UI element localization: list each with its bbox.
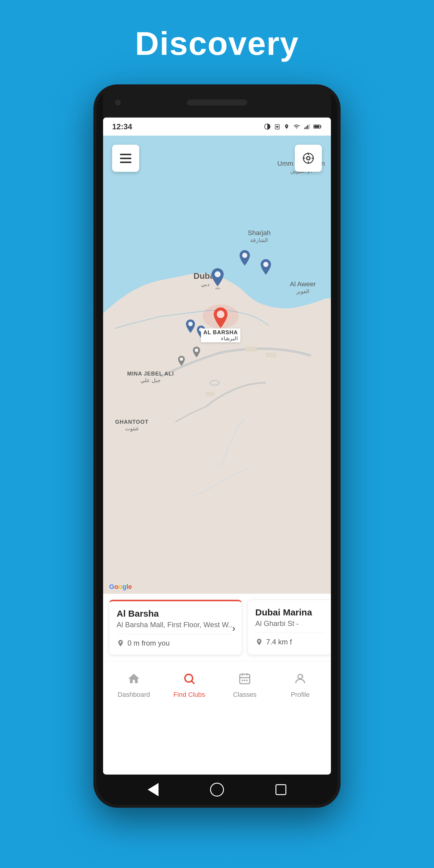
svg-point-20	[242, 253, 247, 258]
map-pin-blue-1[interactable]	[210, 268, 225, 290]
map-svg	[103, 135, 331, 594]
svg-rect-9	[320, 126, 321, 127]
find-clubs-icon	[183, 672, 196, 688]
svg-rect-7	[309, 124, 310, 129]
svg-point-32	[242, 679, 244, 681]
svg-rect-5	[306, 126, 307, 129]
signal-icon	[304, 123, 310, 130]
location-pin-icon	[117, 639, 124, 647]
status-icons	[264, 123, 322, 130]
club-card-name: Al Barsha	[117, 609, 234, 619]
recents-icon	[276, 784, 286, 795]
map-pin-blue-3[interactable]	[259, 259, 273, 278]
home-icon	[127, 672, 141, 685]
location-pin-icon	[255, 638, 263, 646]
map-pin-grey-2[interactable]	[177, 355, 186, 369]
svg-point-21	[263, 262, 268, 267]
phone-top-bar	[103, 87, 331, 118]
club-card-al-barsha[interactable]: Al Barsha Al Barsha Mall, First Floor, W…	[109, 600, 242, 655]
svg-point-16	[307, 157, 310, 160]
card-divider	[255, 632, 324, 633]
nav-item-dashboard[interactable]: Dashboard	[110, 672, 158, 699]
svg-point-34	[246, 679, 248, 681]
profile-icon	[293, 672, 307, 688]
svg-rect-14	[206, 392, 215, 396]
google-logo: Google	[109, 583, 132, 591]
home-icon	[210, 783, 224, 797]
speaker-grille	[187, 99, 247, 105]
recents-button[interactable]	[273, 782, 288, 797]
club-card-distance: 0 m from you	[117, 639, 234, 647]
nav-item-classes[interactable]: Classes	[221, 672, 269, 699]
svg-rect-6	[307, 125, 308, 129]
sharjah-label: Sharjah الشارقة	[248, 229, 271, 244]
svg-rect-2	[276, 126, 278, 127]
dashboard-label: Dashboard	[118, 691, 150, 699]
al-barsha-map-label: AL BARSHA البرشاء	[201, 329, 241, 342]
map-pin-blue-4[interactable]	[185, 319, 196, 336]
nav-item-find-clubs[interactable]: Find Clubs	[165, 672, 213, 699]
svg-rect-31	[240, 674, 250, 684]
svg-point-28	[120, 641, 121, 643]
home-button[interactable]	[210, 782, 224, 797]
page-title: Discovery	[0, 24, 434, 62]
hamburger-icon	[120, 154, 131, 163]
wifi-icon	[293, 124, 300, 130]
ghantoot-label: GHANTOOT غنثوت	[115, 419, 149, 432]
phone-inner: 12:34	[96, 87, 338, 805]
club-card-address: Al Gharbi St -	[255, 619, 324, 628]
bottom-navigation: Dashboard Find Clubs	[103, 661, 331, 709]
profile-label: Profile	[291, 691, 310, 699]
svg-point-19	[215, 271, 221, 277]
person-icon	[293, 672, 307, 685]
sim-card-icon	[274, 123, 280, 130]
svg-rect-10	[314, 125, 319, 127]
location-icon	[284, 123, 289, 130]
phone-bottom-bar	[103, 775, 331, 805]
svg-point-29	[258, 640, 260, 642]
highlight-area	[203, 304, 239, 329]
svg-point-35	[298, 674, 303, 679]
svg-point-33	[244, 679, 246, 681]
classes-icon	[238, 672, 251, 688]
svg-point-3	[286, 125, 287, 127]
status-time: 12:34	[112, 122, 132, 131]
svg-point-24	[195, 348, 198, 352]
find-clubs-label: Find Clubs	[173, 691, 205, 699]
card-arrow-icon: ›	[232, 622, 236, 633]
map-pin-blue-2[interactable]	[238, 250, 251, 270]
club-card-name: Dubai Marina	[255, 607, 324, 618]
pin-icon	[177, 355, 186, 368]
back-button[interactable]	[146, 782, 161, 797]
al-aweer-label: Al Aweer العوير	[290, 280, 316, 295]
classes-label: Classes	[233, 691, 256, 699]
crosshair-icon	[302, 152, 315, 165]
pin-icon	[259, 259, 273, 277]
club-card-distance: 7.4 km f	[255, 638, 324, 646]
svg-point-25	[180, 358, 183, 361]
phone-frame: 12:34	[93, 84, 341, 808]
svg-point-22	[188, 321, 193, 326]
crosshair-button[interactable]	[295, 145, 322, 172]
hamburger-button[interactable]	[112, 145, 139, 172]
dashboard-icon	[127, 672, 141, 688]
phone-screen: 12:34	[103, 118, 331, 775]
map-pin-grey-1[interactable]	[192, 347, 201, 361]
nav-item-profile[interactable]: Profile	[276, 672, 324, 699]
svg-rect-13	[266, 352, 276, 358]
circle-half-icon	[264, 123, 271, 130]
pin-icon	[192, 347, 201, 359]
map-area: Umm Al Quwain ام القيوين Sharjah الشارقة…	[103, 135, 331, 594]
mina-jebel-ali-label: MINA JEBEL ALI جبل علي	[127, 371, 174, 384]
cards-section: Al Barsha Al Barsha Mall, First Floor, W…	[103, 594, 331, 661]
club-card-dubai-marina[interactable]: Dubai Marina Al Gharbi St - 7.4 km f	[248, 600, 331, 655]
back-icon	[148, 783, 158, 796]
pin-icon	[210, 268, 225, 289]
pin-icon	[185, 319, 196, 335]
club-card-address: Al Barsha Mall, First Floor, West W..	[117, 621, 234, 629]
search-icon	[183, 672, 196, 685]
svg-point-18	[215, 287, 220, 289]
pin-icon	[238, 250, 251, 268]
card-divider	[117, 634, 234, 634]
svg-rect-4	[304, 127, 305, 129]
